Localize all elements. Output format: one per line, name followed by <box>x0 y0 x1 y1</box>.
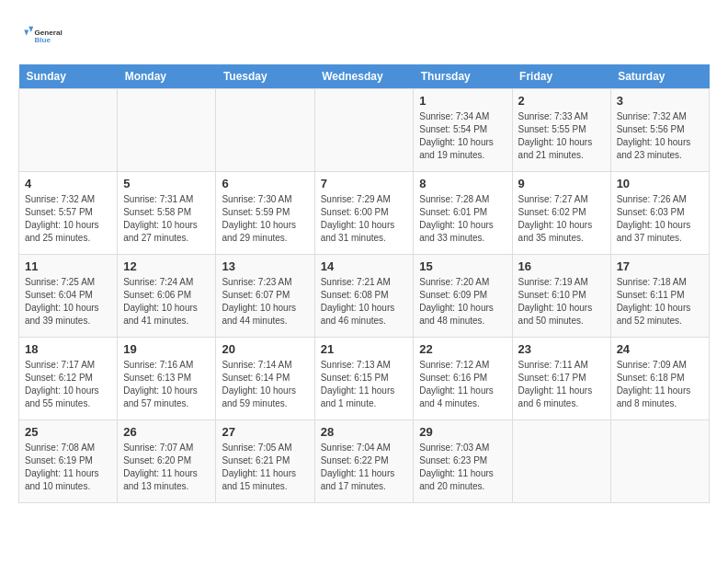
calendar-cell <box>118 89 216 172</box>
day-number: 5 <box>123 177 210 190</box>
calendar-cell: 12Sunrise: 7:24 AM Sunset: 6:06 PM Dayli… <box>118 255 216 338</box>
day-number: 15 <box>419 259 506 273</box>
calendar-cell: 28Sunrise: 7:04 AM Sunset: 6:22 PM Dayli… <box>314 420 414 503</box>
calendar-cell: 25Sunrise: 7:08 AM Sunset: 6:19 PM Dayli… <box>19 420 118 503</box>
day-info: Sunrise: 7:16 AM Sunset: 6:13 PM Dayligh… <box>123 359 210 410</box>
calendar-cell: 21Sunrise: 7:13 AM Sunset: 6:15 PM Dayli… <box>314 338 414 420</box>
day-number: 23 <box>518 342 605 356</box>
day-number: 8 <box>419 177 506 190</box>
day-info: Sunrise: 7:14 AM Sunset: 6:14 PM Dayligh… <box>222 359 308 410</box>
header: General Blue <box>18 18 710 55</box>
day-info: Sunrise: 7:26 AM Sunset: 6:03 PM Dayligh… <box>617 193 703 245</box>
week-row-1: 1Sunrise: 7:34 AM Sunset: 5:54 PM Daylig… <box>19 89 710 172</box>
calendar-cell <box>19 89 118 172</box>
day-number: 24 <box>617 342 703 356</box>
svg-marker-3 <box>24 30 28 36</box>
day-info: Sunrise: 7:33 AM Sunset: 5:55 PM Dayligh… <box>518 110 605 162</box>
day-header-friday: Friday <box>512 64 610 89</box>
week-row-2: 4Sunrise: 7:32 AM Sunset: 5:57 PM Daylig… <box>19 172 710 255</box>
day-number: 6 <box>222 177 308 190</box>
calendar-cell: 5Sunrise: 7:31 AM Sunset: 5:58 PM Daylig… <box>118 172 216 255</box>
calendar-cell: 22Sunrise: 7:12 AM Sunset: 6:16 PM Dayli… <box>414 338 512 420</box>
svg-marker-2 <box>28 27 33 32</box>
calendar-cell: 15Sunrise: 7:20 AM Sunset: 6:09 PM Dayli… <box>414 255 512 338</box>
calendar-cell: 9Sunrise: 7:27 AM Sunset: 6:02 PM Daylig… <box>512 172 610 255</box>
day-info: Sunrise: 7:08 AM Sunset: 6:19 PM Dayligh… <box>25 442 111 493</box>
calendar-cell: 8Sunrise: 7:28 AM Sunset: 6:01 PM Daylig… <box>414 172 512 255</box>
day-info: Sunrise: 7:28 AM Sunset: 6:01 PM Dayligh… <box>419 193 506 245</box>
day-number: 2 <box>518 94 605 108</box>
day-info: Sunrise: 7:32 AM Sunset: 5:56 PM Dayligh… <box>617 110 703 162</box>
calendar-cell: 3Sunrise: 7:32 AM Sunset: 5:56 PM Daylig… <box>610 89 709 172</box>
day-number: 9 <box>518 177 605 190</box>
day-number: 20 <box>222 342 308 356</box>
week-row-4: 18Sunrise: 7:17 AM Sunset: 6:12 PM Dayli… <box>19 338 710 420</box>
calendar-cell: 23Sunrise: 7:11 AM Sunset: 6:17 PM Dayli… <box>512 338 610 420</box>
day-info: Sunrise: 7:07 AM Sunset: 6:20 PM Dayligh… <box>123 442 210 493</box>
day-info: Sunrise: 7:19 AM Sunset: 6:10 PM Dayligh… <box>518 276 605 327</box>
day-info: Sunrise: 7:13 AM Sunset: 6:15 PM Dayligh… <box>321 359 408 410</box>
calendar-cell: 11Sunrise: 7:25 AM Sunset: 6:04 PM Dayli… <box>19 255 118 338</box>
day-info: Sunrise: 7:25 AM Sunset: 6:04 PM Dayligh… <box>25 276 111 327</box>
calendar-cell: 13Sunrise: 7:23 AM Sunset: 6:07 PM Dayli… <box>216 255 314 338</box>
day-info: Sunrise: 7:17 AM Sunset: 6:12 PM Dayligh… <box>25 359 111 410</box>
calendar-cell: 10Sunrise: 7:26 AM Sunset: 6:03 PM Dayli… <box>610 172 709 255</box>
logo-svg: General Blue <box>18 18 64 55</box>
day-header-monday: Monday <box>118 64 216 89</box>
day-number: 28 <box>321 425 408 439</box>
calendar-cell: 24Sunrise: 7:09 AM Sunset: 6:18 PM Dayli… <box>610 338 709 420</box>
calendar-cell: 14Sunrise: 7:21 AM Sunset: 6:08 PM Dayli… <box>314 255 414 338</box>
calendar-cell: 26Sunrise: 7:07 AM Sunset: 6:20 PM Dayli… <box>118 420 216 503</box>
day-info: Sunrise: 7:21 AM Sunset: 6:08 PM Dayligh… <box>321 276 408 327</box>
day-number: 19 <box>123 342 210 356</box>
calendar-cell: 2Sunrise: 7:33 AM Sunset: 5:55 PM Daylig… <box>512 89 610 172</box>
day-info: Sunrise: 7:18 AM Sunset: 6:11 PM Dayligh… <box>617 276 703 327</box>
calendar-table: SundayMondayTuesdayWednesdayThursdayFrid… <box>18 64 710 503</box>
calendar-cell: 1Sunrise: 7:34 AM Sunset: 5:54 PM Daylig… <box>414 89 512 172</box>
day-number: 26 <box>123 425 210 439</box>
calendar-cell: 16Sunrise: 7:19 AM Sunset: 6:10 PM Dayli… <box>512 255 610 338</box>
day-info: Sunrise: 7:32 AM Sunset: 5:57 PM Dayligh… <box>25 193 111 245</box>
week-row-3: 11Sunrise: 7:25 AM Sunset: 6:04 PM Dayli… <box>19 255 710 338</box>
day-number: 4 <box>25 177 111 190</box>
day-info: Sunrise: 7:04 AM Sunset: 6:22 PM Dayligh… <box>321 442 408 493</box>
calendar-cell: 29Sunrise: 7:03 AM Sunset: 6:23 PM Dayli… <box>414 420 512 503</box>
day-number: 29 <box>419 425 506 439</box>
day-info: Sunrise: 7:12 AM Sunset: 6:16 PM Dayligh… <box>419 359 506 410</box>
day-info: Sunrise: 7:24 AM Sunset: 6:06 PM Dayligh… <box>123 276 210 327</box>
calendar-cell: 27Sunrise: 7:05 AM Sunset: 6:21 PM Dayli… <box>216 420 314 503</box>
day-header-thursday: Thursday <box>414 64 512 89</box>
day-header-saturday: Saturday <box>610 64 709 89</box>
day-number: 13 <box>222 259 308 273</box>
calendar-cell: 19Sunrise: 7:16 AM Sunset: 6:13 PM Dayli… <box>118 338 216 420</box>
calendar-cell <box>216 89 314 172</box>
day-info: Sunrise: 7:34 AM Sunset: 5:54 PM Dayligh… <box>419 110 506 162</box>
calendar-cell: 7Sunrise: 7:29 AM Sunset: 6:00 PM Daylig… <box>314 172 414 255</box>
day-number: 18 <box>25 342 111 356</box>
day-info: Sunrise: 7:23 AM Sunset: 6:07 PM Dayligh… <box>222 276 308 327</box>
day-number: 27 <box>222 425 308 439</box>
svg-text:General: General <box>35 29 63 37</box>
svg-text:Blue: Blue <box>35 36 51 44</box>
day-info: Sunrise: 7:30 AM Sunset: 5:59 PM Dayligh… <box>222 193 308 245</box>
day-number: 21 <box>321 342 408 356</box>
calendar-cell: 18Sunrise: 7:17 AM Sunset: 6:12 PM Dayli… <box>19 338 118 420</box>
day-number: 17 <box>617 259 703 273</box>
calendar-cell: 4Sunrise: 7:32 AM Sunset: 5:57 PM Daylig… <box>19 172 118 255</box>
day-info: Sunrise: 7:05 AM Sunset: 6:21 PM Dayligh… <box>222 442 308 493</box>
day-number: 12 <box>123 259 210 273</box>
calendar-cell: 20Sunrise: 7:14 AM Sunset: 6:14 PM Dayli… <box>216 338 314 420</box>
calendar-cell <box>314 89 414 172</box>
day-info: Sunrise: 7:27 AM Sunset: 6:02 PM Dayligh… <box>518 193 605 245</box>
day-info: Sunrise: 7:09 AM Sunset: 6:18 PM Dayligh… <box>617 359 703 410</box>
day-number: 22 <box>419 342 506 356</box>
day-info: Sunrise: 7:29 AM Sunset: 6:00 PM Dayligh… <box>321 193 408 245</box>
day-info: Sunrise: 7:31 AM Sunset: 5:58 PM Dayligh… <box>123 193 210 245</box>
calendar-cell: 6Sunrise: 7:30 AM Sunset: 5:59 PM Daylig… <box>216 172 314 255</box>
day-number: 3 <box>617 94 703 108</box>
calendar-cell <box>610 420 709 503</box>
calendar-cell <box>512 420 610 503</box>
day-number: 10 <box>617 177 703 190</box>
day-header-tuesday: Tuesday <box>216 64 314 89</box>
day-number: 25 <box>25 425 111 439</box>
